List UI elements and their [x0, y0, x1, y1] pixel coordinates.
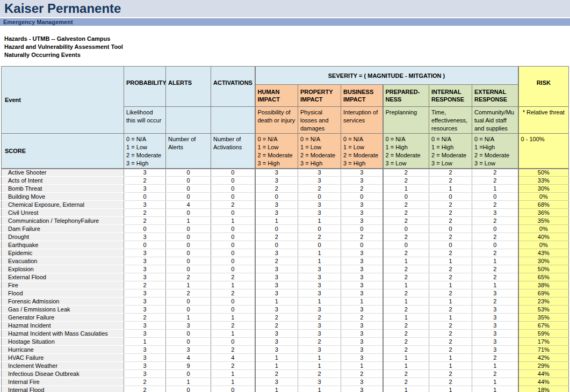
value-cell: 3 [341, 177, 383, 185]
value-cell: 2 [124, 217, 166, 225]
column-header-risk: RISK [518, 67, 569, 107]
risk-cell: 68% [518, 201, 569, 209]
value-cell: 2 [429, 289, 472, 297]
value-cell: 2 [429, 169, 472, 177]
value-cell: 3 [341, 354, 383, 362]
value-cell: 0 [211, 386, 255, 392]
table-row: Generator Failure 2 1 1 2 2 2 1 1 3 35% [2, 314, 569, 322]
table-row: Drought 3 0 0 2 2 2 2 2 2 40% [2, 233, 569, 241]
value-cell: 3 [298, 346, 341, 354]
value-cell: 3 [124, 346, 166, 354]
risk-cell: 40% [518, 233, 569, 241]
event-cell: Internal Fire [2, 378, 124, 386]
event-cell: Active Shooter [2, 169, 124, 177]
value-cell: 1 [429, 185, 472, 193]
table-row: Forensic Admission 3 0 0 1 1 1 1 1 2 23% [2, 297, 569, 306]
value-cell: 3 [124, 289, 166, 297]
risk-cell: 50% [518, 169, 569, 177]
table-row: Fire 2 1 1 3 3 3 1 1 1 38% [2, 281, 569, 289]
value-cell: 0 [166, 185, 211, 193]
value-cell: 0 [166, 338, 211, 346]
risk-cell: 42% [518, 354, 569, 362]
event-cell: Evacuation [2, 257, 124, 265]
value-cell: 3 [255, 177, 298, 185]
desc-internal-response: Time, effectiveness, resources [429, 107, 472, 134]
value-cell: 0 [255, 241, 298, 249]
value-cell: 3 [255, 289, 298, 297]
value-cell: 2 [429, 209, 472, 217]
score-scale-activations: Number of Activations [211, 134, 255, 169]
column-header-business-impact: BUSINESS IMPACT [341, 85, 383, 107]
risk-cell: 36% [518, 209, 569, 217]
value-cell: 2 [255, 322, 298, 330]
value-cell: 2 [255, 257, 298, 265]
value-cell: 0 [211, 185, 255, 193]
event-cell: Hostage Situation [2, 338, 124, 346]
event-cell: Earthquake [2, 241, 124, 249]
value-cell: 2 [124, 378, 166, 386]
value-cell: 3 [124, 185, 166, 193]
value-cell: 1 [298, 249, 341, 257]
value-cell: 2 [383, 289, 429, 297]
value-cell: 0 [211, 265, 255, 273]
value-cell: 3 [124, 169, 166, 177]
event-cell: HVAC Failure [2, 354, 124, 362]
risk-cell: 33% [518, 177, 569, 185]
value-cell: 0 [124, 225, 166, 233]
event-cell: Gas / Emmissions Leak [2, 306, 124, 314]
hazard-table-body: Active Shooter 3 0 0 3 3 3 2 2 2 50% Act… [2, 169, 569, 392]
value-cell: 0 [383, 241, 429, 249]
table-row: External Flood 3 2 2 3 3 3 2 2 2 65% [2, 273, 569, 281]
event-cell: Hurricane [2, 346, 124, 354]
event-cell: Flood [2, 289, 124, 297]
value-cell: 2 [383, 330, 429, 338]
value-cell: 1 [211, 378, 255, 386]
value-cell: 3 [298, 273, 341, 281]
value-cell: 2 [298, 233, 341, 241]
value-cell: 4 [166, 201, 211, 209]
value-cell: 0 [341, 225, 383, 233]
risk-cell: 29% [518, 362, 569, 370]
value-cell: 3 [255, 201, 298, 209]
value-cell: 1 [298, 362, 341, 370]
event-cell: Bomb Threat [2, 185, 124, 193]
value-cell: 0 [472, 241, 518, 249]
value-cell: 0 [429, 193, 472, 201]
event-cell: Epidemic [2, 249, 124, 257]
value-cell: 2 [429, 265, 472, 273]
value-cell: 0 [166, 249, 211, 257]
value-cell: 1 [298, 354, 341, 362]
value-cell: 2 [124, 314, 166, 322]
value-cell: 1 [341, 297, 383, 306]
event-cell: Generator Failure [2, 314, 124, 322]
value-cell: 3 [255, 338, 298, 346]
value-cell: 1 [383, 314, 429, 322]
value-cell: 0 [383, 225, 429, 233]
value-cell: 2 [472, 169, 518, 177]
value-cell: 4 [166, 354, 211, 362]
column-header-internal-response: INTERNAL RESPONSE [429, 85, 472, 107]
table-row: HVAC Failure 3 4 4 1 1 3 1 1 2 42% [2, 354, 569, 362]
value-cell: 1 [255, 386, 298, 392]
column-header-probability: PROBABILITY [124, 67, 166, 107]
value-cell: 1 [166, 217, 211, 225]
table-row: Inclement Weather 3 9 2 1 1 1 1 1 1 29% [2, 362, 569, 370]
value-cell: 2 [341, 314, 383, 322]
value-cell: 2 [124, 177, 166, 185]
value-cell: 2 [429, 330, 472, 338]
value-cell: 3 [472, 330, 518, 338]
event-cell: Building Move [2, 193, 124, 201]
value-cell: 2 [383, 346, 429, 354]
value-cell: 2 [341, 370, 383, 378]
value-cell: 3 [341, 273, 383, 281]
value-cell: 2 [211, 362, 255, 370]
value-cell: 0 [211, 209, 255, 217]
value-cell: 2 [383, 273, 429, 281]
value-cell: 2 [429, 217, 472, 225]
risk-cell: 35% [518, 217, 569, 225]
value-cell: 3 [298, 265, 341, 273]
value-cell: 0 [166, 209, 211, 217]
value-cell: 1 [255, 217, 298, 225]
score-scale-risk: 0 - 100% [518, 134, 569, 169]
value-cell: 3 [341, 306, 383, 314]
